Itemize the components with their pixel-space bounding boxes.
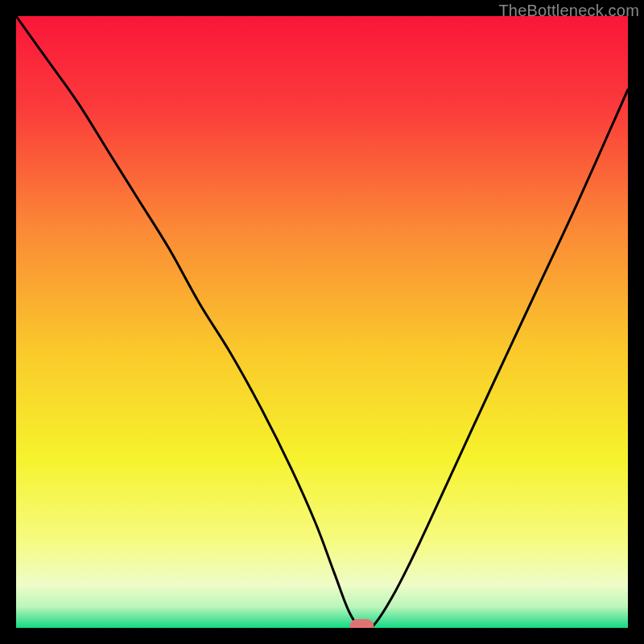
watermark-label: TheBottleneck.com [498,2,639,20]
optimal-marker [349,619,374,628]
plot-area [16,16,628,628]
chart-frame: TheBottleneck.com [0,0,644,644]
chart-svg [16,16,628,628]
